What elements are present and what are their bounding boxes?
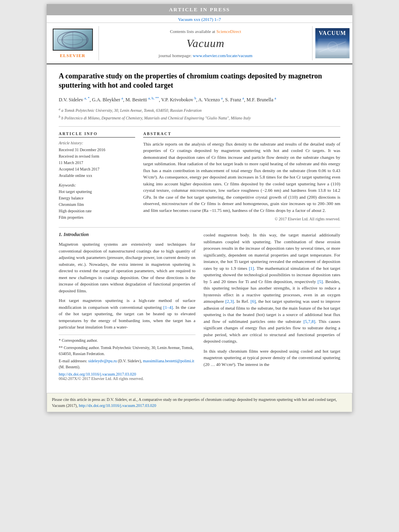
intro-para-1: Magnetron sputtering systems are extensi… bbox=[59, 241, 195, 294]
article-title: A comparative study on the properties of… bbox=[59, 72, 340, 90]
history-item-2: 11 March 2017 bbox=[59, 160, 135, 166]
ref-link-578[interactable]: [5,7,8] bbox=[303, 319, 315, 324]
copyright: © 2017 Elsevier Ltd. All rights reserved… bbox=[143, 217, 340, 221]
footnote-0: * Corresponding author. bbox=[59, 337, 195, 343]
intro-col-left: 1. Introduction Magnetron sputtering sys… bbox=[59, 232, 195, 381]
section-number: 1. bbox=[59, 232, 62, 237]
vacuum-logo-block: VACUUM bbox=[312, 26, 352, 60]
authors-line: D.V. Sidelev a, *, G.A. Bleykher a, M. B… bbox=[59, 95, 340, 104]
aip-banner: ARTICLE IN PRESS bbox=[47, 4, 352, 15]
intro-para-2: Hot target magnetron sputtering is a hig… bbox=[59, 297, 195, 331]
keyword-3: High deposition rate bbox=[59, 208, 135, 214]
section-title-text: Introduction bbox=[64, 232, 89, 237]
vacuum-logo-text: VACUUM bbox=[319, 30, 346, 37]
abstract-text: This article reports on the analysis of … bbox=[143, 141, 340, 214]
keyword-1: Energy balance bbox=[59, 195, 135, 201]
intro-col2-para-2: In this study chromium films were deposi… bbox=[204, 348, 340, 368]
sciencedirect-prefix: Contents lists available at bbox=[170, 29, 215, 34]
history-item-3: Accepted 14 March 2017 bbox=[59, 166, 135, 173]
journal-bar-text: Vacuum xxx (2017) 1–7 bbox=[178, 17, 221, 22]
ref-link-1[interactable]: [1] bbox=[249, 266, 254, 271]
history-label: Article history: bbox=[59, 141, 135, 145]
doi-url[interactable]: http://dx.doi.org/10.1016/j.vacuum.2017.… bbox=[59, 372, 136, 376]
journal-homepage-line: journal homepage: www.elsevier.com/locat… bbox=[158, 53, 252, 58]
article-info-header: ARTICLE INFO bbox=[59, 131, 135, 138]
issn-text: 0042-207X/© 2017 Elsevier Ltd. All right… bbox=[59, 376, 195, 381]
section-title: 1. Introduction bbox=[59, 232, 195, 238]
main-content: A comparative study on the properties of… bbox=[47, 72, 352, 389]
footnote-email: E-mail addresses: sideleydv@tpu.ru (D.V.… bbox=[59, 358, 195, 370]
page: ARTICLE IN PRESS Vacuum xxx (2017) 1–7 E… bbox=[47, 4, 352, 412]
citation-doi-link[interactable]: http://dx.doi.org/10.1016/j.vacuum.2017.… bbox=[79, 403, 156, 408]
doi-link[interactable]: http://dx.doi.org/10.1016/j.vacuum.2017.… bbox=[59, 372, 195, 376]
keywords-label: Keywords: bbox=[59, 183, 135, 187]
introduction-two-col: 1. Introduction Magnetron sputtering sys… bbox=[59, 232, 340, 381]
homepage-prefix: journal homepage: bbox=[158, 53, 191, 58]
keyword-0: Hot target sputtering bbox=[59, 189, 135, 195]
body-section: 1. Introduction Magnetron sputtering sys… bbox=[59, 227, 340, 381]
journal-info-bar: Vacuum xxx (2017) 1–7 bbox=[47, 15, 352, 23]
footnote-section: * Corresponding author. ** Corresponding… bbox=[59, 335, 195, 370]
intro-col2-para-1: cooled magnetron body. In this way, the … bbox=[204, 232, 340, 345]
abstract-col: ABSTRACT This article reports on the ana… bbox=[143, 131, 340, 222]
sciencedirect-line: Contents lists available at ScienceDirec… bbox=[170, 29, 241, 34]
elsevier-logo-image bbox=[53, 29, 93, 51]
info-abstract-section: ARTICLE INFO Article history: Received 3… bbox=[59, 131, 340, 222]
keywords-section: Keywords: Hot target sputtering Energy b… bbox=[59, 183, 135, 221]
history-item-0: Received 31 December 2016 bbox=[59, 147, 135, 153]
divider bbox=[59, 126, 340, 127]
keyword-4: Film properties bbox=[59, 214, 135, 221]
affiliation-b: b b Politecnico di Milano, Department of… bbox=[59, 115, 340, 121]
doi-section: http://dx.doi.org/10.1016/j.vacuum.2017.… bbox=[59, 372, 195, 381]
homepage-link[interactable]: www.elsevier.com/locate/vacuum bbox=[193, 53, 252, 58]
ref-link-2-3[interactable]: [2,3] bbox=[225, 299, 234, 304]
vacuum-logo-image: VACUUM bbox=[315, 28, 350, 58]
banner-text: ARTICLE IN PRESS bbox=[169, 6, 230, 12]
elsevier-label: ELSEVIER bbox=[60, 53, 86, 58]
email-link-bestetti[interactable]: massimiliana.bestetti@polimi.it bbox=[143, 359, 194, 363]
intro-col-right: cooled magnetron body. In this way, the … bbox=[204, 232, 340, 381]
history-item-1: Received in revised form bbox=[59, 153, 135, 160]
abstract-header: ABSTRACT bbox=[143, 131, 340, 138]
citation-bar: Please cite this article in press as: D.… bbox=[47, 393, 352, 412]
elsevier-logo-block: ELSEVIER bbox=[47, 26, 99, 60]
journal-header: ELSEVIER Contents lists available at Sci… bbox=[47, 23, 352, 64]
ref-link-6[interactable]: [6] bbox=[251, 299, 256, 304]
svg-point-0 bbox=[58, 32, 88, 48]
email-link-sidelev[interactable]: sideleydv@tpu.ru bbox=[88, 359, 117, 363]
journal-name: Vacuum bbox=[187, 37, 225, 50]
svg-point-1 bbox=[63, 35, 83, 45]
sciencedirect-link[interactable]: ScienceDirect bbox=[216, 29, 241, 34]
ref-link-1-4[interactable]: [1–4] bbox=[163, 305, 173, 310]
history-item-4: Available online xxx bbox=[59, 173, 135, 179]
article-info-col: ARTICLE INFO Article history: Received 3… bbox=[59, 131, 135, 222]
journal-center-block: Contents lists available at ScienceDirec… bbox=[99, 26, 312, 60]
footnote-1: ** Corresponding author. Tomsk Polytechn… bbox=[59, 345, 195, 357]
keyword-2: Chromium film bbox=[59, 201, 135, 208]
affiliation-a: a a Tomsk Polytechnic University, 30, Le… bbox=[59, 107, 340, 113]
ref-link-5[interactable]: [5] bbox=[318, 279, 323, 284]
